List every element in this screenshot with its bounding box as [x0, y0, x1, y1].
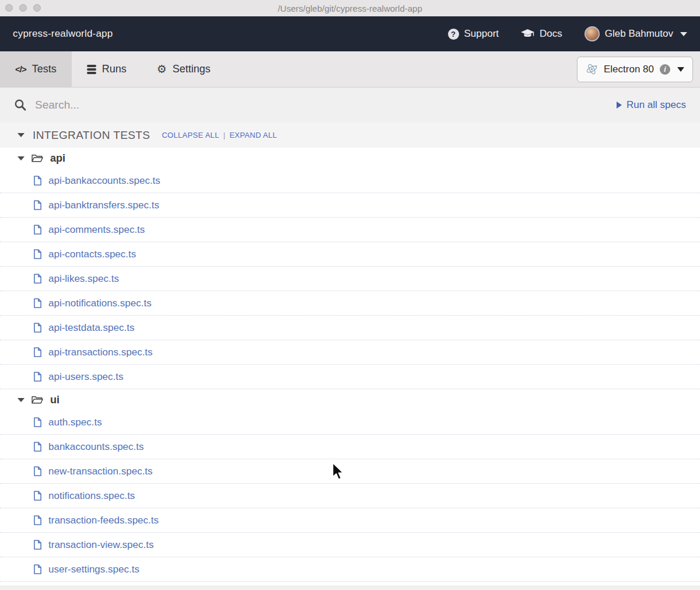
spec-file-name: api-comments.spec.ts	[48, 224, 145, 236]
spec-file-row[interactable]: api-likes.spec.ts	[0, 267, 700, 291]
spec-file-name: api-transactions.spec.ts	[48, 347, 153, 358]
spec-file-row[interactable]: bankaccounts.spec.ts	[0, 435, 700, 459]
spec-file-row[interactable]: api-testdata.spec.ts	[0, 316, 700, 340]
file-icon	[34, 442, 41, 452]
chevron-down-icon[interactable]	[18, 133, 24, 137]
file-icon	[34, 417, 41, 427]
collapse-all-link[interactable]: COLLAPSE ALL	[162, 131, 219, 139]
window-title: /Users/gleb/git/cypress-realworld-app	[278, 4, 422, 13]
tabbar: </> Tests Runs ⚙ Settings Electron 80 i	[0, 51, 700, 88]
spec-file-name: api-likes.spec.ts	[48, 273, 119, 285]
folder-name: api	[50, 152, 65, 165]
file-icon	[34, 564, 41, 574]
links-separator: |	[223, 131, 226, 139]
folder-row[interactable]: api	[0, 148, 700, 169]
tab-tests[interactable]: </> Tests	[0, 51, 72, 87]
spec-file-row[interactable]: api-notifications.spec.ts	[0, 291, 700, 316]
chevron-down-icon	[18, 398, 24, 402]
code-icon: </>	[15, 64, 26, 74]
file-icon	[34, 298, 41, 308]
file-icon	[34, 274, 41, 284]
file-icon	[34, 200, 41, 210]
integration-tests-header: INTEGRATION TESTS COLLAPSE ALL | EXPAND …	[0, 123, 700, 148]
gear-icon: ⚙	[157, 64, 167, 75]
chevron-down-icon	[680, 32, 687, 36]
spec-file-name: notifications.spec.ts	[48, 490, 135, 502]
header-links: COLLAPSE ALL | EXPAND ALL	[162, 131, 277, 139]
tab-runs[interactable]: Runs	[72, 51, 142, 87]
section-title: INTEGRATION TESTS	[33, 129, 150, 142]
chevron-down-icon	[18, 156, 24, 160]
electron-atom-icon	[586, 63, 598, 75]
folder-open-icon	[32, 395, 43, 405]
user-menu[interactable]: Gleb Bahmutov	[584, 26, 687, 41]
spec-file-name: api-users.spec.ts	[48, 371, 124, 383]
docs-link[interactable]: Docs	[521, 28, 562, 40]
search-bar: Run all specs	[0, 88, 700, 123]
spec-file-row[interactable]: api-bankaccounts.spec.ts	[0, 169, 700, 193]
spec-file-name: bankaccounts.spec.ts	[48, 441, 144, 453]
spec-file-row[interactable]: api-transactions.spec.ts	[0, 340, 700, 365]
run-all-specs-button[interactable]: Run all specs	[617, 99, 686, 111]
spec-folders: apiapi-bankaccounts.spec.tsapi-banktrans…	[0, 148, 700, 582]
file-icon	[34, 515, 41, 525]
spec-file-row[interactable]: new-transaction.spec.ts	[0, 459, 700, 484]
search-input[interactable]	[35, 99, 608, 111]
spec-file-row[interactable]: user-settings.spec.ts	[0, 557, 700, 582]
spec-file-row[interactable]: notifications.spec.ts	[0, 484, 700, 508]
tab-settings[interactable]: ⚙ Settings	[142, 51, 226, 87]
file-icon	[34, 323, 41, 333]
docs-label: Docs	[540, 28, 562, 40]
info-icon[interactable]: i	[660, 64, 670, 75]
file-icon	[34, 466, 41, 476]
expand-all-link[interactable]: EXPAND ALL	[229, 131, 277, 139]
navbar-right: ? Support Docs Gleb Bahmutov	[448, 26, 687, 41]
file-icon	[34, 347, 41, 357]
spec-list: INTEGRATION TESTS COLLAPSE ALL | EXPAND …	[0, 123, 700, 585]
folder-name: ui	[50, 394, 60, 406]
support-label: Support	[464, 28, 499, 40]
spec-file-row[interactable]: api-contacts.spec.ts	[0, 242, 700, 267]
chevron-down-icon	[677, 67, 684, 72]
file-icon	[34, 225, 41, 235]
spec-file-row[interactable]: auth.spec.ts	[0, 410, 700, 435]
spec-file-name: transaction-view.spec.ts	[48, 539, 153, 551]
spec-file-name: transaction-feeds.spec.ts	[48, 515, 159, 526]
folder-row[interactable]: ui	[0, 389, 700, 410]
browser-label: Electron 80	[604, 64, 654, 75]
graduation-cap-icon	[521, 29, 534, 39]
project-name: cypress-realworld-app	[13, 28, 113, 40]
spec-file-name: api-notifications.spec.ts	[48, 298, 152, 309]
spec-file-row[interactable]: transaction-view.spec.ts	[0, 533, 700, 557]
search-icon	[14, 99, 27, 111]
file-icon	[34, 540, 41, 550]
file-icon	[34, 372, 41, 382]
spec-file-name: new-transaction.spec.ts	[48, 466, 153, 477]
spec-file-row[interactable]: api-comments.spec.ts	[0, 218, 700, 242]
spec-file-row[interactable]: api-banktransfers.spec.ts	[0, 193, 700, 218]
spec-file-name: auth.spec.ts	[48, 417, 102, 428]
spec-file-name: api-testdata.spec.ts	[48, 322, 134, 334]
tab-runs-label: Runs	[102, 63, 127, 75]
support-link[interactable]: ? Support	[448, 28, 499, 40]
folder-open-icon	[32, 153, 43, 163]
zoom-window-button[interactable]	[33, 4, 41, 12]
tab-settings-label: Settings	[173, 63, 211, 75]
minimize-window-button[interactable]	[19, 4, 27, 12]
spec-file-name: api-banktransfers.spec.ts	[48, 200, 159, 211]
spec-file-row[interactable]: api-users.spec.ts	[0, 365, 700, 389]
file-icon	[34, 249, 41, 259]
run-all-specs-label: Run all specs	[626, 99, 686, 111]
macos-titlebar: /Users/gleb/git/cypress-realworld-app	[0, 0, 700, 16]
app-navbar: cypress-realworld-app ? Support Docs Gle…	[0, 16, 700, 51]
spec-file-row[interactable]: transaction-feeds.spec.ts	[0, 508, 700, 533]
browser-selector[interactable]: Electron 80 i	[577, 57, 693, 82]
user-name: Gleb Bahmutov	[605, 28, 673, 40]
play-icon	[617, 102, 622, 109]
spec-file-name: api-contacts.spec.ts	[48, 249, 136, 260]
spec-file-name: user-settings.spec.ts	[48, 564, 139, 575]
close-window-button[interactable]	[5, 4, 13, 12]
database-icon	[87, 65, 96, 74]
file-icon	[34, 491, 41, 501]
question-circle-icon: ?	[448, 29, 459, 40]
